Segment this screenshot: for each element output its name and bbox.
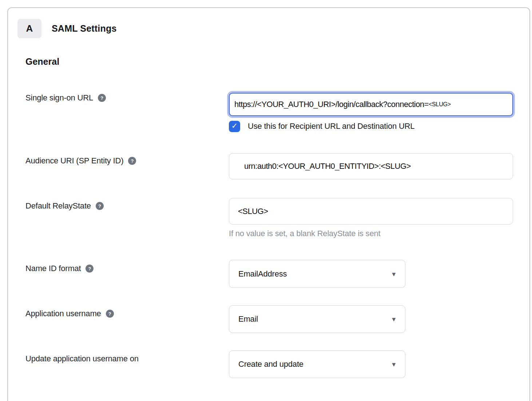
step-badge: A [17,19,41,38]
update-username-value: Create and update [238,360,303,369]
app-username-value: Email [238,314,258,324]
recipient-url-checkbox[interactable]: ✓ [229,121,240,132]
name-id-format-label-row: Name ID format ? [25,264,94,273]
update-username-select[interactable]: Create and update ▼ [229,350,405,378]
relay-state-label-row: Default RelayState ? [25,201,104,211]
name-id-format-label: Name ID format [25,264,81,273]
relay-state-label: Default RelayState [25,201,91,211]
page-title: SAML Settings [52,19,117,38]
name-id-format-value: EmailAddress [238,269,287,279]
section-title-general: General [25,56,59,67]
sso-url-value-slug: <SLUG> [429,101,451,108]
help-icon[interactable]: ? [106,310,114,318]
relay-state-hint: If no value is set, a blank RelayState i… [229,229,380,238]
relay-state-value: <SLUG> [238,207,268,216]
chevron-down-icon: ▼ [392,317,396,322]
audience-uri-label-row: Audience URI (SP Entity ID) ? [25,156,136,166]
update-username-label-row: Update application username on [25,354,139,364]
step-badge-letter: A [26,23,33,34]
update-username-label: Update application username on [25,354,139,364]
recipient-url-checkbox-row: ✓ Use this for Recipient URL and Destina… [229,120,414,132]
audience-uri-value: urn:auth0:<YOUR_AUTH0_ENTITYID>:<SLUG> [244,162,411,171]
sso-url-input[interactable]: https://<YOUR_AUTH0_URI>/login/callback?… [229,93,513,116]
help-icon[interactable]: ? [98,94,106,102]
help-icon[interactable]: ? [128,157,136,165]
sso-url-label-row: Single sign-on URL ? [25,93,106,103]
chevron-down-icon: ▼ [392,271,396,277]
saml-settings-card: A SAML Settings General Single sign-on U… [7,7,530,401]
recipient-url-checkbox-label: Use this for Recipient URL and Destinati… [248,122,414,131]
sso-url-value: https://<YOUR_AUTH0_URI>/login/callback?… [234,100,429,109]
audience-uri-input[interactable]: urn:auth0:<YOUR_AUTH0_ENTITYID>:<SLUG> [229,153,513,179]
help-icon[interactable]: ? [86,265,94,273]
app-username-label: Application username [25,309,101,318]
app-username-label-row: Application username ? [25,309,114,318]
checkmark-icon: ✓ [231,122,238,130]
app-username-select[interactable]: Email ▼ [229,305,405,333]
name-id-format-select[interactable]: EmailAddress ▼ [229,260,405,288]
chevron-down-icon: ▼ [392,362,396,367]
help-icon[interactable]: ? [96,202,104,210]
relay-state-input[interactable]: <SLUG> [229,198,513,225]
audience-uri-label: Audience URI (SP Entity ID) [25,156,123,166]
sso-url-label: Single sign-on URL [25,93,93,103]
